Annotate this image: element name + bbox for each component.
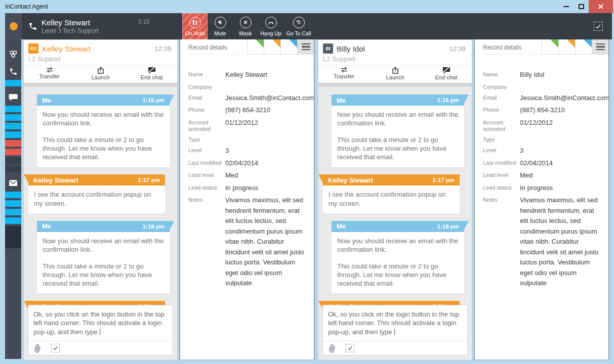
message-header: Me 1:16 pm xyxy=(37,95,170,106)
maximize-button[interactable] xyxy=(574,0,589,13)
record-details-title: Record details xyxy=(188,44,227,51)
pause-icon xyxy=(189,17,201,28)
record-field-row: Company xyxy=(188,82,308,91)
mute-button[interactable]: Mute xyxy=(208,13,233,39)
chat-input-field[interactable]: Ok, so you click on the login button in … xyxy=(323,305,467,341)
record-tab-blue[interactable] xyxy=(575,39,592,55)
chat-start-time: 12:39 xyxy=(449,45,466,53)
attachment-icon[interactable] xyxy=(34,344,41,353)
queue-contact-bar-blue[interactable] xyxy=(5,114,21,121)
close-button[interactable] xyxy=(589,0,613,13)
record-tab-blue[interactable] xyxy=(280,39,297,55)
message-sender: Kelley Stewart xyxy=(328,176,373,184)
field-label: Phone xyxy=(483,105,520,116)
chat-message: Me 1:18 pm Now you should receive an ema… xyxy=(37,221,170,294)
canned-response-checkbox[interactable] xyxy=(51,344,60,352)
queue-group xyxy=(5,192,21,226)
field-value: 01/12/2012 xyxy=(520,118,553,133)
queue-contact-bar-blue[interactable] xyxy=(5,192,21,198)
field-value: 3 xyxy=(225,146,229,156)
agent-status-button[interactable] xyxy=(5,13,22,39)
hang-up-button[interactable]: Hang Up xyxy=(258,13,283,39)
canned-response-checkbox[interactable] xyxy=(346,344,354,352)
record-field-row: Type xyxy=(483,135,602,144)
chat-panel-billy-idol: BI Billy Idol 12:39 L2 Support Transfer … xyxy=(318,39,472,360)
record-header: Record details xyxy=(475,39,608,55)
field-label: Lead status xyxy=(188,183,225,194)
record-field-row: Company xyxy=(483,82,602,91)
chat-input-field[interactable]: Ok, so you click on the login button in … xyxy=(28,305,173,341)
record-field-row: Type xyxy=(188,135,308,144)
sidebar-item-calls[interactable] xyxy=(5,63,21,80)
field-value: 02/04/2014 xyxy=(520,158,553,169)
record-field-row: Name Billy Idol xyxy=(483,70,602,80)
field-label: Notes xyxy=(483,195,520,289)
mask-button[interactable]: Mask xyxy=(233,13,258,39)
select-all-checkbox[interactable] xyxy=(594,22,603,31)
queue-contact-bar-red[interactable] xyxy=(5,140,21,147)
chat-input-actions xyxy=(323,341,467,355)
chat-queue-label: L2 Support xyxy=(323,55,466,63)
launch-button[interactable]: Launch xyxy=(370,67,421,80)
record-field-row: Lead level Med xyxy=(483,170,602,181)
field-label: Company xyxy=(483,82,520,91)
record-field-row: Lead status In progress xyxy=(188,183,308,194)
end-chat-button[interactable]: End chat xyxy=(421,67,472,80)
message-header: Me 1:18 pm xyxy=(37,221,170,232)
message-header: Me 1:16 pm xyxy=(332,95,464,106)
caller-info: Kelley Stewart Level 3 Tech Support xyxy=(42,13,138,39)
record-tab-green[interactable] xyxy=(247,39,264,55)
call-actions: On Hold Mute Mask Hang Up Go To Call xyxy=(182,13,314,39)
field-value: Jessica.Smith@inContact.com xyxy=(225,93,314,104)
record-field-row: Account activated 01/12/2012 xyxy=(483,118,602,133)
field-value: Kelley Stewart xyxy=(225,70,267,80)
hang-up-icon xyxy=(265,17,277,28)
queue-contact-bar-blue[interactable] xyxy=(5,217,21,224)
field-label: Lead level xyxy=(483,170,520,181)
maximize-icon xyxy=(579,4,584,9)
field-value: Med xyxy=(225,170,238,181)
queue-contact-bar-blue[interactable] xyxy=(5,123,21,129)
end-chat-button[interactable]: End chat xyxy=(126,67,177,80)
on-hold-button[interactable]: On Hold xyxy=(182,13,208,39)
queue-contact-bar-blue[interactable] xyxy=(5,106,21,112)
message-header: Me 1:18 pm xyxy=(332,221,464,232)
queue-contact-bar-blue[interactable] xyxy=(5,131,21,138)
queue-contact-bar-gray[interactable] xyxy=(5,166,21,172)
launch-button[interactable]: Launch xyxy=(75,67,126,80)
record-menu-button[interactable] xyxy=(297,39,314,55)
queue-contact-bar-gray[interactable] xyxy=(5,157,21,164)
queue-contact-bar-red[interactable] xyxy=(5,149,21,155)
record-tab-green[interactable] xyxy=(542,39,558,55)
attachment-icon[interactable] xyxy=(329,344,336,353)
record-field-row: Lead status In progress xyxy=(483,183,602,194)
message-time: 1:18 pm xyxy=(437,223,459,230)
queue-contact-bar-blue[interactable] xyxy=(5,80,21,86)
queue-contact-bar-blue[interactable] xyxy=(5,200,21,207)
sidebar xyxy=(5,39,21,359)
record-details-panel-kelley: Record details Name Kelley Stewart Compa… xyxy=(179,39,315,360)
minimize-button[interactable] xyxy=(558,0,574,13)
record-field-row: Notes Vivamus maximus, elit sed hendreri… xyxy=(188,195,308,289)
queue-contact-bar-blue[interactable] xyxy=(5,209,21,215)
chat-header: BI Billy Idol 12:39 L2 Support xyxy=(318,40,472,65)
go-to-call-button[interactable]: Go To Call xyxy=(283,13,314,39)
orange-corner-icon xyxy=(567,39,575,48)
record-tab-orange[interactable] xyxy=(558,39,575,55)
transfer-button[interactable]: Transfer xyxy=(24,67,75,80)
sidebar-item-contacts[interactable] xyxy=(5,46,21,63)
field-value: Vivamus maximus, elit sed hendrerit ferm… xyxy=(225,195,308,289)
message-body: Now you should receive an email with the… xyxy=(332,106,464,167)
field-value: Med xyxy=(520,170,533,181)
sidebar-item-chats[interactable] xyxy=(5,88,21,106)
field-label: Level xyxy=(483,146,520,156)
agent-status-icon xyxy=(10,22,18,30)
record-tab-orange[interactable] xyxy=(264,39,280,55)
record-field-row: Level 3 xyxy=(483,146,602,156)
sidebar-item-email[interactable] xyxy=(5,174,21,192)
chat-input-actions xyxy=(28,341,173,355)
chat-message: Kelley Stewart 1:17 pm I see the account… xyxy=(323,174,460,214)
transfer-button[interactable]: Transfer xyxy=(318,67,370,80)
record-menu-button[interactable] xyxy=(592,39,608,55)
transfer-icon xyxy=(46,67,54,73)
